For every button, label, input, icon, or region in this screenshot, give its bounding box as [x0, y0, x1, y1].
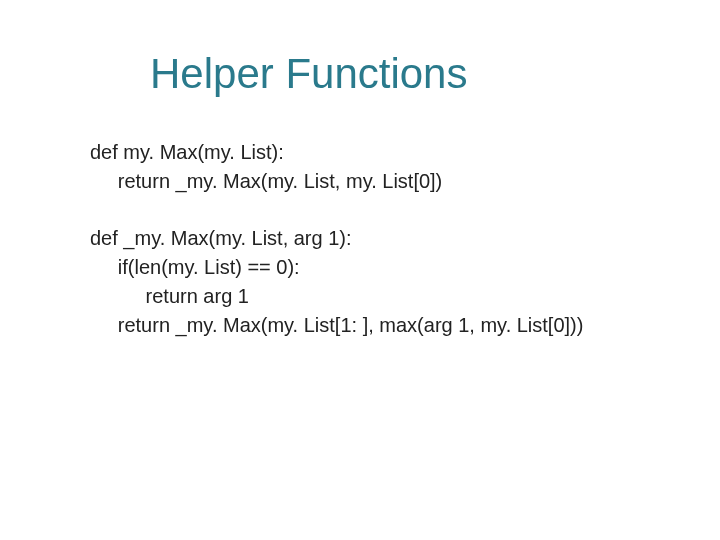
slide-title: Helper Functions — [150, 50, 650, 98]
code-line: def my. Max(my. List): — [90, 138, 650, 167]
slide-content: Helper Functions def my. Max(my. List): … — [0, 0, 720, 540]
code-line: return arg 1 — [90, 282, 650, 311]
code-line: return _my. Max(my. List, my. List[0]) — [90, 167, 650, 196]
code-line: def _my. Max(my. List, arg 1): — [90, 224, 650, 253]
code-line: return _my. Max(my. List[1: ], max(arg 1… — [90, 311, 650, 340]
code-line: if(len(my. List) == 0): — [90, 253, 650, 282]
code-block: def my. Max(my. List): return _my. Max(m… — [90, 138, 650, 340]
